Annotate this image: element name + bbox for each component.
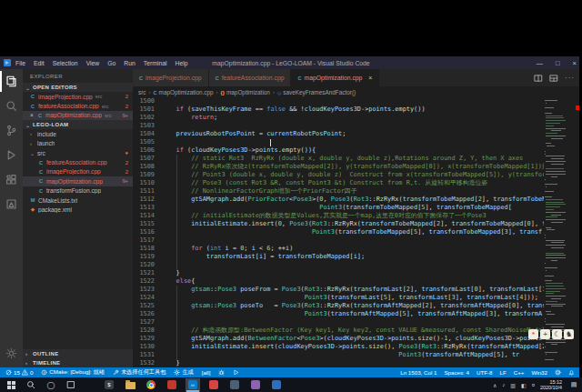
- tab-imageProjection-cpp[interactable]: CimageProjection.cpp: [133, 69, 209, 86]
- overlay-widget-4[interactable]: ♞: [564, 329, 574, 339]
- taskbar-app-app-blue[interactable]: [269, 378, 284, 392]
- minimize-button[interactable]: —: [537, 59, 544, 67]
- cmake-kit[interactable]: 未选择任何工具包: [113, 368, 166, 377]
- activity-item-manage[interactable]: [0, 341, 23, 366]
- tree-item-package-xml[interactable]: ◆package.xml: [23, 205, 133, 214]
- project-header[interactable]: ⌄ LEGO-LOAM: [23, 120, 133, 129]
- code-line[interactable]: 1502 return;: [133, 114, 544, 122]
- menu-terminal[interactable]: Terminal: [144, 60, 167, 66]
- section-timeline[interactable]: ›TIMELINE: [23, 358, 133, 367]
- code-area[interactable]: 15001501 if (saveThisKeyFrame == false &…: [133, 97, 544, 367]
- breadcrumb-item[interactable]: CmapOptimization.cpp: [154, 89, 214, 95]
- overlay-widget-1[interactable]: *: [528, 329, 538, 339]
- split-editor-icon[interactable]: [534, 74, 543, 83]
- code-line[interactable]: 1514 // initialEstimate的数据类型是Values,其实就是…: [133, 212, 544, 220]
- open-editor-item[interactable]: ×CmapOptimization.cppsrc9+: [23, 111, 133, 120]
- action-center-button[interactable]: ▤: [567, 381, 580, 388]
- taskbar-app-app-misc[interactable]: $: [102, 378, 116, 392]
- menu-run[interactable]: Run: [124, 60, 135, 66]
- code-line[interactable]: 1525 gtsam::Pose3 poseTo = Pose3(Rot3::R…: [133, 302, 544, 310]
- code-line[interactable]: 1517: [133, 236, 544, 245]
- editor-layout-icon[interactable]: [549, 74, 558, 83]
- code-line[interactable]: 1516 Point3(transformTobeMapped[5], tran…: [133, 228, 544, 236]
- breadcrumb-item[interactable]: src: [138, 89, 146, 95]
- code-line[interactable]: 1532 }: [133, 359, 544, 367]
- taskbar-search[interactable]: [25, 379, 36, 390]
- code-line[interactable]: 1505: [133, 138, 544, 146]
- maximize-button[interactable]: □: [556, 59, 560, 67]
- encoding[interactable]: UTF-8: [477, 369, 493, 376]
- tray-icon-4[interactable]: ◧: [521, 382, 527, 388]
- code-line[interactable]: 1520: [133, 261, 544, 269]
- tree-item-featureassociation-cpp[interactable]: CfeatureAssociation.cpp2: [23, 157, 133, 166]
- open-editor-item[interactable]: CfeatureAssociation.cppsrc2: [23, 101, 133, 110]
- code-line[interactable]: 1521 }: [133, 269, 544, 277]
- cursor-position[interactable]: Ln 1503, Col 1: [400, 369, 436, 376]
- breadcrumb-item[interactable]: {}mapOptimization: [221, 89, 270, 95]
- tree-item-launch[interactable]: ›launch: [23, 139, 133, 148]
- task-view-button[interactable]: [65, 379, 76, 390]
- activity-item-run-and-debug[interactable]: [0, 143, 23, 167]
- cmake-launch[interactable]: [233, 369, 239, 376]
- breadcrumb-item[interactable]: ◇saveKeyFramesAndFactor(): [277, 89, 356, 95]
- tree-item-mapoptimization-cpp[interactable]: CmapOptimization.cpp9+: [23, 176, 133, 186]
- taskbar-app-file-explorer[interactable]: [123, 378, 137, 392]
- tab-mapOptimization-cpp[interactable]: CmapOptimization.cpp×: [291, 69, 379, 86]
- code-line[interactable]: 1512 gtSAMgraph.add(PriorFactor<Pose3>(0…: [133, 196, 544, 204]
- code-line[interactable]: 1515 initialEstimate.insert(0, Pose3(Rot…: [133, 220, 544, 228]
- code-line[interactable]: 1508 // RzRyRx依次绕z(transformTobeMapped[2…: [133, 163, 544, 171]
- code-line[interactable]: 1504 previousRobotPosPoint = currentRobo…: [133, 130, 544, 138]
- menu-help[interactable]: Help: [175, 60, 187, 66]
- code-line[interactable]: 1528 // 构造函数原型:BetweenFactor (Key key1, …: [133, 327, 544, 335]
- code-line[interactable]: 1526 Point3(transformAftMapped[5], trans…: [133, 310, 544, 318]
- code-line[interactable]: 1500: [133, 97, 544, 106]
- code-line[interactable]: 1507 // static Rot3 RzRyRx (double x, do…: [133, 155, 544, 163]
- activity-item-cmake[interactable]: [0, 192, 23, 216]
- taskbar-app-app-slate[interactable]: [227, 378, 242, 392]
- activity-item-source-control[interactable]: [0, 118, 23, 143]
- taskbar-app-app-purple[interactable]: [248, 378, 263, 392]
- tree-item-src[interactable]: ⌄src●: [23, 148, 133, 157]
- menu-edit[interactable]: Edit: [34, 60, 45, 66]
- menu-file[interactable]: File: [15, 60, 25, 66]
- code-line[interactable]: 1527: [133, 318, 544, 327]
- tree-item-imageprojection-cpp[interactable]: CimageProjection.cpp2: [23, 167, 133, 176]
- code-line[interactable]: 1506 if (cloudKeyPoses3D->points.empty()…: [133, 146, 544, 155]
- feedback[interactable]: [555, 369, 561, 376]
- tab-featureAssociation-cpp[interactable]: CfeatureAssociation.cpp: [209, 69, 292, 86]
- code-line[interactable]: 1513 Point3(transformTobeMapped[5], tran…: [133, 204, 544, 212]
- close-button[interactable]: ×: [573, 59, 577, 67]
- code-line[interactable]: 1523 gtsam::Pose3 poseFrom = Pose3(Rot3:…: [133, 286, 544, 294]
- tree-item-transformfusion-cpp[interactable]: CtransformFusion.cpp: [23, 186, 133, 196]
- taskbar-app-chrome[interactable]: [144, 378, 158, 392]
- code-line[interactable]: 1511 // NonlinearFactorGraph增加一个PriorFac…: [133, 187, 544, 196]
- breadcrumb[interactable]: src›CmapOptimization.cpp›{}mapOptimizati…: [133, 86, 582, 97]
- tree-item-include[interactable]: ›include: [23, 129, 133, 138]
- cpp-configuration[interactable]: Win32: [531, 369, 547, 376]
- cmake-target[interactable]: [all]: [202, 369, 211, 376]
- code-line[interactable]: 1501 if (saveThisKeyFrame == false && !c…: [133, 106, 544, 114]
- cmake-debug[interactable]: [218, 369, 225, 376]
- cortana-button[interactable]: ◯: [45, 379, 56, 390]
- tree-item-cmakelists-txt[interactable]: MCMakeLists.txt: [23, 196, 133, 205]
- activity-item-extensions[interactable]: [0, 167, 23, 192]
- code-line[interactable]: 1524 Point3(transformLast[5], transformL…: [133, 294, 544, 302]
- eol[interactable]: LF: [500, 369, 507, 376]
- notifications[interactable]: [568, 369, 575, 376]
- code-line[interactable]: 1519 transformLast[i] = transformTobeMap…: [133, 253, 544, 261]
- code-line[interactable]: 1518 for (int i = 0; i < 6; ++i): [133, 245, 544, 253]
- menu-selection[interactable]: Selection: [53, 60, 78, 66]
- code-line[interactable]: 1522 else{: [133, 277, 544, 286]
- code-line[interactable]: 1503: [133, 122, 544, 130]
- code-line[interactable]: 1531 Point3(transformAftMapped[5], tr: [133, 351, 544, 359]
- menu-go[interactable]: Go: [107, 60, 115, 66]
- tray-icon-3[interactable]: ▥: [510, 382, 516, 388]
- open-editors-header[interactable]: ⌄ OPEN EDITORS: [23, 83, 133, 92]
- taskbar-app-app-red-book[interactable]: [165, 378, 179, 392]
- code-line[interactable]: 1510 // Pose3 (const Rot3 &R, const Poin…: [133, 179, 544, 187]
- code-line[interactable]: 1529 gtSAMgraph.add(BetweenFactor<Pose3>…: [133, 335, 544, 343]
- section-outline[interactable]: ›OUTLINE: [23, 349, 133, 358]
- taskbar-app-vscode[interactable]: ‹›: [186, 378, 200, 392]
- menu-view[interactable]: View: [86, 60, 100, 66]
- taskbar-app-app-red[interactable]: [206, 378, 221, 392]
